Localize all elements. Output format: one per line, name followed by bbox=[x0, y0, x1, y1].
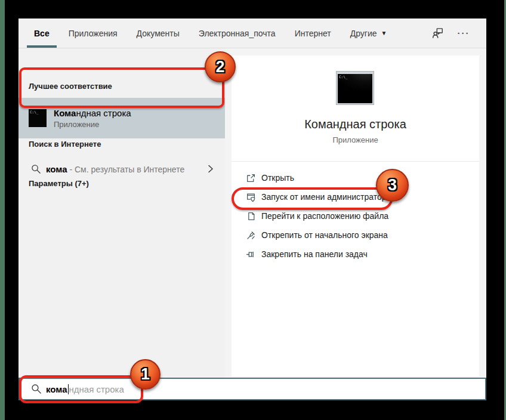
admin-shield-icon bbox=[246, 192, 256, 202]
annotation-badge-1: 1 bbox=[130, 359, 161, 390]
cmd-terminal-icon: C:\_ bbox=[29, 109, 47, 127]
tab-web-label: Интернет bbox=[295, 29, 331, 38]
tabbar-right-icons: ··· bbox=[431, 27, 486, 39]
search-input[interactable]: командная строка bbox=[18, 378, 486, 400]
action-pin-to-taskbar[interactable]: Закрепить на панели задач bbox=[232, 245, 479, 264]
tab-documents-label: Документы bbox=[137, 29, 180, 38]
result-text: Командная строка Приложение bbox=[54, 108, 131, 129]
result-subtitle: Приложение bbox=[54, 120, 131, 129]
preview-divider bbox=[232, 161, 479, 162]
windows-search-flyout: Все Приложения Документы Электронная_поч… bbox=[18, 18, 486, 400]
text-cursor bbox=[68, 384, 69, 394]
search-icon bbox=[31, 164, 41, 174]
open-icon bbox=[246, 173, 256, 183]
action-list: Открыть Запуск от имени администратора bbox=[232, 168, 479, 264]
tab-more[interactable]: Другие ▼ bbox=[343, 18, 394, 48]
tab-all[interactable]: Все bbox=[27, 18, 57, 48]
settings-results-header[interactable]: Параметры (7+) bbox=[29, 179, 89, 188]
action-run-as-admin-label: Запуск от имени администратора bbox=[261, 192, 391, 202]
tab-all-label: Все bbox=[34, 29, 50, 38]
more-options-icon[interactable]: ··· bbox=[458, 27, 470, 39]
tab-web[interactable]: Интернет bbox=[288, 18, 338, 48]
cmd-prompt-glyph: C:\_ bbox=[339, 75, 347, 79]
tab-email-label: Электронная_почта bbox=[199, 29, 276, 38]
cmd-screen: C:\_ bbox=[338, 74, 372, 103]
file-location-icon bbox=[246, 211, 256, 221]
annotation-badge-2: 2 bbox=[205, 51, 236, 82]
cmd-terminal-icon: ▪ ▪ C:\_ bbox=[336, 71, 374, 105]
preview-card: ▪ ▪ C:\_ Командная строка Приложение От bbox=[232, 55, 479, 376]
tab-documents[interactable]: Документы bbox=[129, 18, 187, 48]
action-open-label: Открыть bbox=[261, 173, 294, 183]
action-run-as-admin[interactable]: Запуск от имени администратора bbox=[232, 187, 479, 206]
unpin-icon bbox=[246, 230, 256, 240]
action-pin-to-taskbar-label: Закрепить на панели задач bbox=[261, 249, 368, 259]
desktop-edge-left bbox=[0, 0, 5, 420]
screenshot-root: { "tabs": [ {"label": "Все", "active": t… bbox=[0, 0, 506, 420]
annotation-badge-3: 3 bbox=[376, 169, 409, 202]
search-input-text: командная строка bbox=[46, 384, 124, 394]
action-open-file-location[interactable]: Перейти к расположению файла bbox=[232, 206, 479, 226]
search-results-pane: Лучшее соответствие C:\_ Командная строк… bbox=[18, 48, 225, 378]
action-unpin-from-start-label: Открепить от начального экрана bbox=[261, 230, 388, 240]
best-match-header: Лучшее соответствие bbox=[29, 82, 112, 91]
tab-apps-label: Приложения bbox=[69, 29, 118, 38]
pin-icon bbox=[246, 249, 256, 260]
best-match-result-cmd[interactable]: C:\_ Командная строка Приложение bbox=[18, 98, 225, 138]
preview-app-subtitle: Приложение bbox=[232, 135, 479, 144]
cmd-prompt-glyph: C:\_ bbox=[30, 110, 38, 114]
tab-apps[interactable]: Приложения bbox=[61, 18, 125, 48]
tab-more-label: Другие bbox=[350, 29, 377, 38]
feedback-icon[interactable] bbox=[431, 27, 443, 39]
preview-area: ▪ ▪ C:\_ Командная строка Приложение От bbox=[225, 48, 486, 378]
action-open-file-location-label: Перейти к расположению файла bbox=[261, 211, 388, 221]
search-filter-tabbar: Все Приложения Документы Электронная_поч… bbox=[18, 18, 486, 48]
tab-email[interactable]: Электронная_почта bbox=[192, 18, 283, 48]
preview-app-title: Командная строка bbox=[232, 118, 479, 131]
action-unpin-from-start[interactable]: Открепить от начального экрана bbox=[232, 226, 479, 245]
web-search-header: Поиск в Интернете bbox=[29, 140, 101, 149]
result-title: Командная строка bbox=[54, 108, 131, 118]
chevron-down-icon: ▼ bbox=[381, 30, 387, 36]
web-suggestion-text: кома - См. результаты в Интернете bbox=[46, 164, 184, 174]
chevron-right-icon[interactable] bbox=[207, 165, 214, 173]
web-suggestion-row[interactable]: кома - См. результаты в Интернете bbox=[18, 160, 225, 177]
action-open[interactable]: Открыть bbox=[232, 168, 479, 187]
search-icon bbox=[31, 384, 42, 394]
